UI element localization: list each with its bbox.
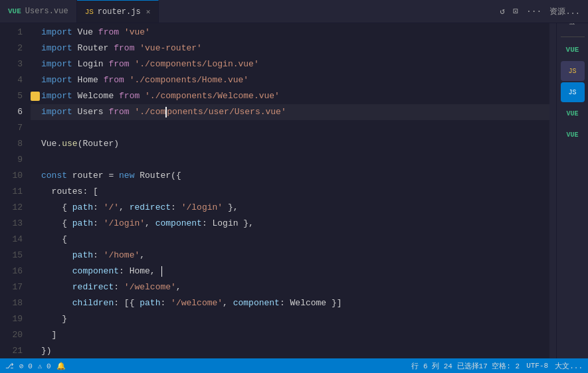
sidebar-item5[interactable]: VUE xyxy=(561,125,585,145)
token-prop: path xyxy=(72,248,93,263)
main-area: 12345678910111213141516171819202122 impo… xyxy=(0,23,588,358)
sidebar-open-label[interactable]: 打开 xyxy=(567,26,579,34)
token-plain: : xyxy=(93,216,104,232)
tab-label: Users.vue xyxy=(25,7,68,16)
tab-close-icon[interactable]: ✕ xyxy=(146,7,151,16)
code-line-18: children: [{ path: '/welcome', component… xyxy=(31,295,549,311)
more-actions-icon[interactable]: ··· xyxy=(524,5,544,18)
resource-label[interactable]: 资源... xyxy=(547,5,583,19)
tab-users-vue[interactable]: VUE Users.vue xyxy=(0,0,77,23)
encoding: UTF-8 xyxy=(526,362,548,370)
token-kw: import xyxy=(41,25,72,40)
tab-bar: VUE Users.vue JS router.js ✕ ↺ ⊡ ··· 资源.… xyxy=(0,0,588,23)
token-prop: component xyxy=(72,263,119,279)
code-line-4: import Home from './components/Home.vue' xyxy=(31,72,549,88)
token-plain: : Welcome }] xyxy=(280,295,342,311)
token-str: ponents/user/Users.vue' xyxy=(167,104,286,120)
code-content[interactable]: import Vue from 'vue'import Router from … xyxy=(28,23,549,358)
token-str: './components/Login.vue' xyxy=(134,56,258,72)
status-bar: ⎇ ⊘ 0 ⚠ 0 🔔 行 6 列 24 已选择17 空格: 2 UTF-8 大… xyxy=(0,358,588,373)
token-plain: : xyxy=(160,295,171,311)
split-editor-icon[interactable]: ⊡ xyxy=(510,5,521,18)
refresh-icon[interactable]: ↺ xyxy=(497,5,508,18)
token-plain: , xyxy=(145,216,155,232)
token-plain: : Login }, xyxy=(202,216,254,232)
token-plain xyxy=(130,56,135,72)
token-prop: redirect xyxy=(72,279,114,295)
code-line-11: routes: [ xyxy=(31,184,549,200)
sidebar-item4[interactable]: VUE xyxy=(561,104,585,123)
sidebar-vue-icon[interactable]: VUE xyxy=(561,40,585,60)
token-prop: path xyxy=(140,295,160,311)
code-line-16: component: Home, xyxy=(31,263,549,279)
token-plain: Router({ xyxy=(134,168,181,184)
token-fn: use xyxy=(62,136,77,152)
token-kw: import xyxy=(41,40,72,56)
token-plain: : xyxy=(114,279,124,295)
code-line-8: Vue.use(Router) xyxy=(31,136,549,152)
token-plain: Welcome xyxy=(72,88,119,104)
token-str: '/welcome' xyxy=(171,295,223,311)
token-plain: : xyxy=(93,200,104,216)
token-plain: (Router) xyxy=(78,136,119,152)
token-plain: , xyxy=(140,248,145,263)
token-str: './com xyxy=(134,104,165,120)
sidebar-active-btn[interactable]: JS xyxy=(561,82,585,102)
token-kw2: from xyxy=(104,72,124,88)
token-prop: path xyxy=(72,200,93,216)
status-right: 行 6 列 24 已选择17 空格: 2 UTF-8 大文... xyxy=(411,361,583,371)
right-sidebar: 打开 VUE JS JS VUE VUE xyxy=(556,23,588,358)
token-kw2: from xyxy=(108,104,129,120)
token-kw: import xyxy=(41,104,72,120)
token-plain: } xyxy=(41,311,67,327)
token-str: '/login' xyxy=(181,200,223,216)
token-str: '/home' xyxy=(104,248,140,263)
token-plain: router xyxy=(67,168,108,184)
token-plain: }, xyxy=(223,200,238,216)
code-line-2: import Router from 'vue-router' xyxy=(31,40,549,56)
code-line-21: }) xyxy=(31,343,549,358)
token-plain: , xyxy=(223,295,233,311)
token-plain: Home xyxy=(72,72,104,88)
token-plain: : xyxy=(171,200,181,216)
token-prop: children xyxy=(72,295,114,311)
token-plain xyxy=(41,248,72,263)
tab-router-js[interactable]: JS router.js ✕ xyxy=(77,0,159,23)
token-plain: : [{ xyxy=(114,295,140,311)
token-kw2: from xyxy=(98,25,119,40)
token-plain xyxy=(119,25,124,40)
scrollbar[interactable] xyxy=(549,23,556,358)
editor-area[interactable]: 12345678910111213141516171819202122 impo… xyxy=(0,23,556,358)
token-plain: Vue. xyxy=(41,136,62,152)
token-plain: : Home, xyxy=(119,263,160,279)
info-count: 🔔 xyxy=(56,362,66,370)
token-prop: component xyxy=(155,216,202,232)
token-kw2: from xyxy=(119,88,140,104)
code-line-9 xyxy=(31,152,549,168)
code-line-1: import Vue from 'vue' xyxy=(31,25,549,40)
token-plain: { xyxy=(41,216,72,232)
git-icon: ⎇ xyxy=(5,362,14,370)
token-plain: ] xyxy=(41,327,56,343)
code-line-15: path: '/home', xyxy=(31,248,549,263)
text-cursor-2 xyxy=(161,266,162,277)
tab-action-area: ↺ ⊡ ··· 资源... xyxy=(497,5,588,19)
token-kw: import xyxy=(41,88,72,104)
token-str: './components/Welcome.vue' xyxy=(145,88,280,104)
token-punc: = xyxy=(108,168,114,184)
token-plain xyxy=(134,40,140,56)
tab-lang-icon: VUE xyxy=(8,7,21,15)
code-line-7 xyxy=(31,120,549,136)
token-plain: : xyxy=(93,248,104,263)
token-plain: }) xyxy=(41,343,52,358)
token-kw2: from xyxy=(114,40,134,56)
token-prop: path xyxy=(72,216,93,232)
warning-count: ⚠ 0 xyxy=(38,362,51,370)
sidebar-router-btn[interactable]: JS xyxy=(561,61,585,81)
code-line-20: ] xyxy=(31,327,549,343)
token-plain xyxy=(41,279,72,295)
token-plain: Router xyxy=(72,40,114,56)
code-line-6: import Users from './components/user/Use… xyxy=(31,104,549,120)
token-kw: new xyxy=(119,168,134,184)
token-plain xyxy=(130,104,135,120)
